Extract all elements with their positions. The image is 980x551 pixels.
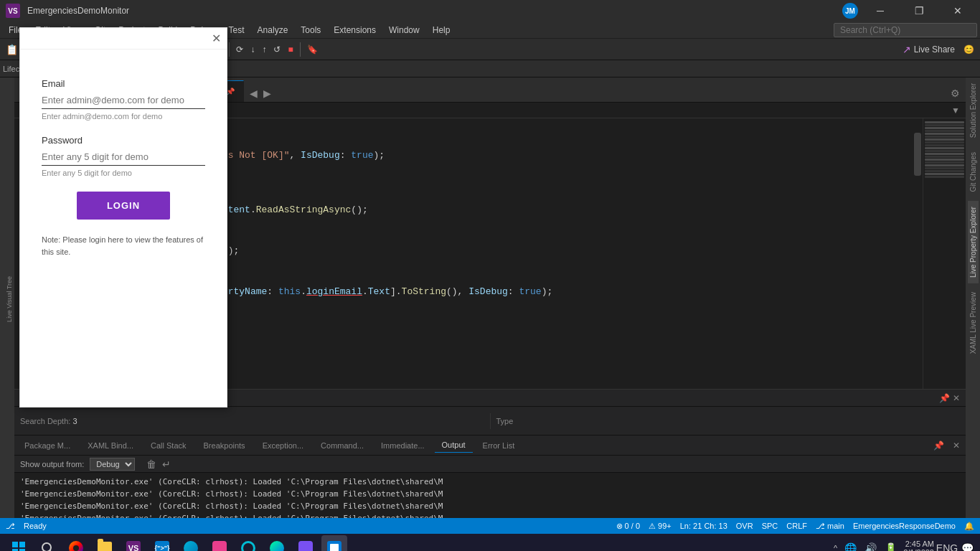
- output-content: 'EmergenciesDemoMonitor.exe' (CoreCLR: c…: [14, 473, 966, 518]
- network-icon[interactable]: 🌐: [843, 541, 857, 551]
- step-over-button[interactable]: ⟳: [233, 43, 246, 56]
- rs-item-git-changes[interactable]: Git Changes: [968, 146, 979, 198]
- svg-rect-0: [12, 542, 18, 547]
- taskbar-visual-studio[interactable]: VS: [121, 535, 146, 551]
- volume-icon[interactable]: 🔊: [863, 541, 877, 551]
- panel-close-button[interactable]: ✕: [953, 393, 960, 403]
- battery-icon[interactable]: 🔋: [883, 541, 897, 551]
- step-out-button[interactable]: ↑: [259, 43, 269, 56]
- password-label: Password: [42, 135, 205, 146]
- panel-tab-xaml-bind[interactable]: XAML Bind...: [80, 438, 141, 453]
- spaces-label: SPC: [762, 522, 778, 531]
- project-name: EmergenciesResponseDemo: [853, 522, 956, 531]
- minimize-button[interactable]: ─: [864, 0, 897, 22]
- start-button[interactable]: [6, 535, 32, 551]
- title-bar-left: VS EmergenciesDemoMonitor: [6, 4, 129, 18]
- taskbar-active-app[interactable]: [321, 535, 347, 551]
- warning-count[interactable]: ⚠ 99+: [649, 522, 672, 531]
- password-input[interactable]: [42, 149, 205, 166]
- panel-tab-breakpoints[interactable]: Breakpoints: [197, 438, 253, 453]
- search-depth-val: 3: [72, 417, 77, 425]
- panel-tab-exceptions[interactable]: Exception...: [255, 438, 311, 453]
- password-hint: Enter any 5 digit for demo: [42, 169, 205, 177]
- rs-item-solution-explorer[interactable]: Solution Explorer: [968, 77, 979, 143]
- email-field-group: Email Enter admin@demo.com for demo: [42, 78, 205, 121]
- taskbar-browser[interactable]: [63, 535, 89, 551]
- taskbar-app7[interactable]: [207, 535, 232, 551]
- panel-tab-immediate[interactable]: Immediate...: [374, 438, 432, 453]
- menu-help[interactable]: Help: [427, 24, 456, 37]
- taskbar-search[interactable]: [34, 535, 60, 551]
- error-count[interactable]: ⊗ 0 / 0: [616, 522, 640, 531]
- login-panel-header: ✕: [20, 28, 227, 50]
- tab-settings-button[interactable]: ⚙: [945, 85, 966, 102]
- panel-pin-button[interactable]: 📌: [939, 393, 950, 403]
- debug-search-depth: Search Depth: 3: [14, 413, 491, 429]
- debug-cols: Search Depth: 3 Type: [14, 407, 966, 435]
- vs-icon: VS: [126, 541, 141, 551]
- login-note: Note: Please login here to view the feat…: [42, 234, 205, 258]
- taskbar-app10[interactable]: [293, 535, 319, 551]
- notification-tray-icon[interactable]: 💬: [960, 541, 974, 551]
- stop-button[interactable]: ■: [285, 43, 296, 56]
- menu-window[interactable]: Window: [383, 24, 425, 37]
- login-button[interactable]: LOGIN: [77, 192, 170, 220]
- branch-name: ⎇ main: [816, 522, 844, 531]
- purple-app-icon: [298, 541, 313, 551]
- git-branch-icon: ⎇: [6, 522, 15, 531]
- notification-icon[interactable]: 🔔: [964, 522, 974, 531]
- panel-tab-output[interactable]: Output: [435, 438, 473, 453]
- output-close-btn[interactable]: ✕: [950, 441, 963, 451]
- svg-rect-1: [19, 542, 25, 547]
- live-share-button[interactable]: ↗ Live Share: [897, 42, 961, 57]
- taskbar-vs-code[interactable]: {">"}: [149, 535, 175, 551]
- taskbar-file-explorer[interactable]: [92, 535, 118, 551]
- panel-tab-command[interactable]: Command...: [314, 438, 371, 453]
- type-col-label: Type: [496, 417, 514, 425]
- clock-area[interactable]: 2:45 AM 2/1/2022: [903, 540, 934, 551]
- vertical-scrollbar[interactable]: [913, 118, 923, 389]
- step-into-button[interactable]: ↓: [248, 43, 258, 56]
- taskbar-edge[interactable]: [264, 535, 290, 551]
- rs-item-live-property[interactable]: Live Property Explorer: [968, 201, 979, 283]
- avatar: JM: [842, 3, 858, 19]
- tray-arrow[interactable]: ^: [834, 544, 837, 551]
- search-input[interactable]: [834, 23, 977, 37]
- taskbar-app8[interactable]: [235, 535, 261, 551]
- output-clear-btn[interactable]: 🗑: [146, 458, 156, 470]
- panel-controls: 📌 ✕: [939, 393, 960, 403]
- activity-live-visual-tree[interactable]: Live Visual Tree: [4, 273, 14, 325]
- activity-bar: Live Visual Tree: [0, 77, 14, 518]
- output-word-wrap-btn[interactable]: ↵: [162, 458, 171, 470]
- tab-nav-right[interactable]: ▶: [260, 85, 274, 102]
- rs-item-xaml-preview[interactable]: XAML Live Preview: [968, 286, 979, 359]
- menu-extensions[interactable]: Extensions: [328, 24, 382, 37]
- language-indicator[interactable]: ENG: [940, 541, 954, 551]
- panel-tab-call-stack[interactable]: Call Stack: [143, 438, 194, 453]
- output-line-1: 'EmergenciesDemoMonitor.exe' (CoreCLR: c…: [20, 476, 960, 488]
- taskbar-app6[interactable]: [178, 535, 204, 551]
- ln-col: Ln: 21 Ch: 13: [680, 522, 727, 531]
- output-pin-btn[interactable]: 📌: [930, 441, 947, 451]
- taskbar-tray: ^ 🌐 🔊 🔋 2:45 AM 2/1/2022 ENG 💬: [834, 540, 974, 551]
- breadcrumb-expand[interactable]: ▼: [951, 105, 960, 116]
- taskbar: VS {">"} ^ 🌐 🔊 🔋 2:45 AM 2/1/2022 ENG 💬: [0, 534, 980, 551]
- panel-tab-error-list[interactable]: Error List: [476, 438, 522, 453]
- ready-label: Ready: [24, 522, 47, 530]
- login-close-button[interactable]: ✕: [209, 32, 224, 45]
- toolbar-separator-4: [300, 42, 301, 57]
- restore-button[interactable]: ❐: [903, 0, 936, 22]
- restart-button[interactable]: ↺: [270, 43, 283, 56]
- close-button[interactable]: ✕: [941, 0, 974, 22]
- tab-nav-left[interactable]: ◀: [247, 85, 260, 102]
- menu-tools[interactable]: Tools: [295, 24, 326, 37]
- menu-analyze[interactable]: Analyze: [252, 24, 294, 37]
- bookmark-button[interactable]: 🔖: [304, 43, 321, 56]
- feedback-button[interactable]: 😊: [961, 43, 977, 56]
- output-line-3: 'EmergenciesDemoMonitor.exe' (CoreCLR: c…: [20, 500, 960, 512]
- panel-tab-package[interactable]: Package M...: [17, 438, 77, 453]
- email-input[interactable]: [42, 92, 205, 109]
- login-content: Email Enter admin@demo.com for demo Pass…: [20, 50, 227, 407]
- toolbar-new-project[interactable]: 📋: [3, 42, 21, 57]
- output-source-select[interactable]: Debug: [90, 458, 135, 471]
